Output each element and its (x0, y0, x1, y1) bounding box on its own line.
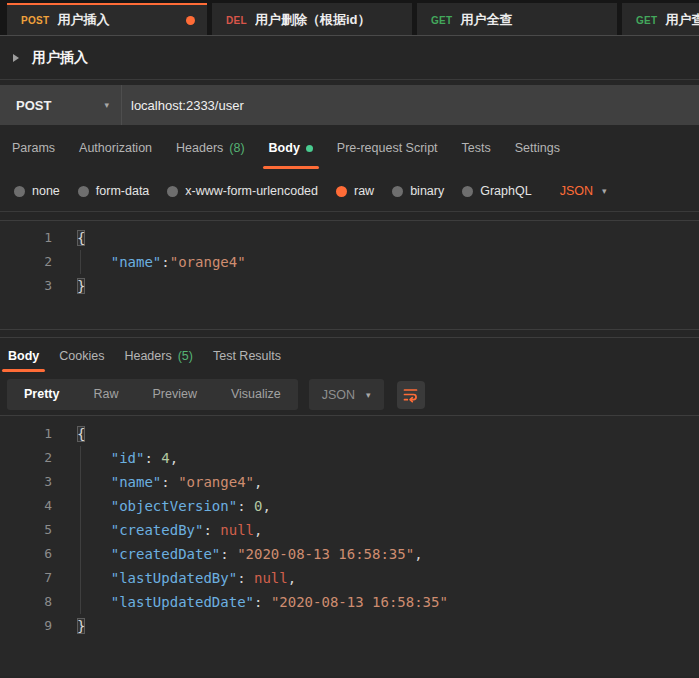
code-text: { (68, 226, 85, 250)
response-body-editor[interactable]: 1{2 "id": 4,3 "name": "orange4",4 "objec… (0, 416, 699, 676)
tab-tests[interactable]: Tests (462, 125, 491, 171)
radio-label: raw (354, 184, 374, 198)
tab-label: Body (269, 141, 300, 155)
code-text: "createdBy": null, (68, 518, 262, 542)
token: , (262, 498, 270, 514)
body-format-select[interactable]: JSON▾ (560, 184, 607, 198)
indent-guide (80, 446, 81, 614)
token: : (237, 498, 254, 514)
chevron-down-icon: ▾ (602, 186, 607, 196)
code-line: 2 "name":"orange4" (0, 250, 699, 274)
request-tab-3[interactable]: GET用户全查 (417, 3, 617, 35)
body-type-none[interactable]: none (14, 184, 60, 198)
request-tab-4[interactable]: GET用户查询 (622, 3, 699, 35)
request-tabs: ParamsAuthorizationHeaders(8)BodyPre-req… (0, 125, 699, 171)
token (77, 546, 111, 562)
url-bar: POST ▾ localhost:2333/user (0, 85, 699, 125)
token: "name" (111, 474, 162, 490)
code-line: 4 "objectVersion": 0, (0, 494, 699, 518)
line-number: 3 (0, 274, 68, 298)
request-tab-2[interactable]: DEL用户删除（根据id） (212, 3, 412, 35)
tab-title: 用户查询 (665, 11, 699, 29)
wrap-text-icon (402, 386, 419, 403)
method-badge: GET (636, 15, 657, 26)
tab-authorization[interactable]: Authorization (79, 125, 152, 171)
code-text: "lastUpdatedDate": "2020-08-13 16:58:35" (68, 590, 448, 614)
token: "2020-08-13 16:58:35" (237, 546, 414, 562)
token: : (203, 522, 220, 538)
token (77, 570, 111, 586)
line-number: 2 (0, 250, 68, 274)
request-name-header[interactable]: 用户插入 (0, 36, 699, 80)
tab-count: (8) (229, 141, 244, 155)
tab-label: Headers (176, 141, 223, 155)
radio-icon (462, 186, 473, 197)
view-preview[interactable]: Preview (135, 379, 213, 410)
token: , (414, 546, 422, 562)
code-line: 1{ (0, 226, 699, 250)
tab-title: 用户全查 (460, 11, 605, 29)
tab-headers[interactable]: Headers(8) (176, 125, 245, 171)
body-type-form-data[interactable]: form-data (78, 184, 150, 198)
token: null (220, 522, 254, 538)
tab-label: Pre-request Script (337, 141, 438, 155)
response-tab-cookies[interactable]: Cookies (59, 338, 104, 374)
chevron-right-icon[interactable] (13, 54, 19, 62)
token: 4 (161, 450, 169, 466)
bracket-match: { (77, 426, 85, 442)
url-input[interactable]: localhost:2333/user (122, 98, 699, 113)
wrap-text-button[interactable] (397, 381, 425, 409)
view-raw[interactable]: Raw (76, 379, 135, 410)
body-type-raw[interactable]: raw (336, 184, 374, 198)
body-type-graphql[interactable]: GraphQL (462, 184, 531, 198)
line-number: 7 (0, 566, 68, 590)
code-text: "createdDate": "2020-08-13 16:58:35", (68, 542, 423, 566)
code-text: "name": "orange4", (68, 470, 262, 494)
tab-params[interactable]: Params (12, 125, 55, 171)
view-visualize[interactable]: Visualize (214, 379, 298, 410)
radio-icon (78, 186, 89, 197)
tab-settings[interactable]: Settings (515, 125, 560, 171)
method-select[interactable]: POST ▾ (0, 85, 122, 125)
token: "lastUpdatedBy" (111, 570, 237, 586)
code-line: 1{ (0, 422, 699, 446)
token: "2020-08-13 16:58:35" (271, 594, 448, 610)
tab-label: Settings (515, 141, 560, 155)
response-tab-headers[interactable]: Headers(5) (124, 338, 193, 374)
radio-icon (167, 186, 178, 197)
line-number: 1 (0, 422, 68, 446)
tab-title: 用户删除（根据id） (255, 11, 400, 29)
method-value: POST (16, 98, 51, 113)
radio-label: binary (410, 184, 444, 198)
postman-window: POST用户插入DEL用户删除（根据id）GET用户全查GET用户查询 用户插入… (0, 0, 699, 676)
token: "name" (111, 254, 162, 270)
request-body-editor[interactable]: 1{2 "name":"orange4"3} (0, 220, 699, 330)
method-badge: DEL (226, 15, 247, 26)
radio-icon (336, 186, 347, 197)
body-type-binary[interactable]: binary (392, 184, 444, 198)
token: : (161, 474, 178, 490)
radio-label: x-www-form-urlencoded (185, 184, 318, 198)
response-format-select[interactable]: JSON ▾ (309, 379, 384, 410)
view-pretty[interactable]: Pretty (7, 379, 76, 410)
token (77, 254, 111, 270)
response-tab-body[interactable]: Body (8, 338, 39, 374)
body-type-row: noneform-datax-www-form-urlencodedrawbin… (0, 171, 699, 212)
token (77, 594, 111, 610)
token: , (288, 570, 296, 586)
radio-icon (14, 186, 25, 197)
tab-pre-request-script[interactable]: Pre-request Script (337, 125, 438, 171)
tab-body[interactable]: Body (269, 125, 313, 171)
response-tab-test-results[interactable]: Test Results (213, 338, 281, 374)
radio-label: none (32, 184, 60, 198)
token: "orange4" (170, 254, 246, 270)
token: : (254, 594, 271, 610)
request-tab-1[interactable]: POST用户插入 (7, 3, 207, 35)
code-text: } (68, 274, 85, 298)
code-text: { (68, 422, 85, 446)
pane-divider[interactable] (0, 330, 699, 338)
bracket-match: } (77, 278, 85, 294)
body-type-x-www-form-urlencoded[interactable]: x-www-form-urlencoded (167, 184, 318, 198)
tab-label: Tests (462, 141, 491, 155)
code-text: } (68, 614, 85, 638)
